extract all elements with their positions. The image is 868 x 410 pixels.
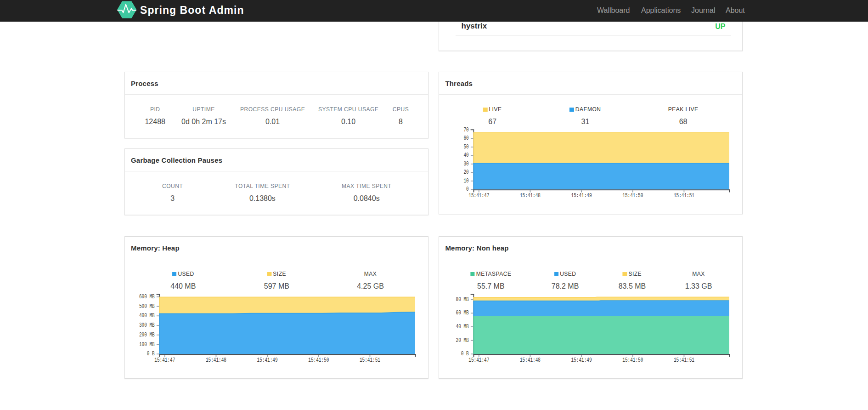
svg-text:400 MB: 400 MB	[139, 313, 155, 319]
svg-text:0 B: 0 B	[461, 351, 469, 357]
svg-text:15:41:50: 15:41:50	[623, 357, 643, 364]
svg-text:80 MB: 80 MB	[456, 296, 469, 303]
svg-text:15:41:49: 15:41:49	[571, 357, 592, 364]
svg-text:15:41:47: 15:41:47	[469, 193, 490, 199]
svg-text:15:41:51: 15:41:51	[674, 193, 694, 199]
svg-text:70: 70	[464, 127, 469, 133]
svg-text:15:41:51: 15:41:51	[674, 357, 694, 364]
svg-text:10: 10	[464, 178, 469, 184]
svg-text:15:41:47: 15:41:47	[154, 357, 175, 364]
svg-text:15:41:48: 15:41:48	[520, 357, 541, 364]
svg-text:600 MB: 600 MB	[139, 294, 155, 300]
svg-text:40 MB: 40 MB	[456, 324, 469, 330]
svg-text:0: 0	[466, 186, 469, 193]
svg-text:500 MB: 500 MB	[139, 303, 155, 310]
svg-text:30: 30	[464, 161, 469, 167]
svg-text:15:41:49: 15:41:49	[257, 357, 278, 364]
svg-text:15:41:47: 15:41:47	[469, 357, 490, 364]
svg-text:15:41:48: 15:41:48	[206, 357, 226, 364]
svg-text:50: 50	[464, 144, 469, 150]
svg-text:20 MB: 20 MB	[456, 337, 469, 344]
svg-text:15:41:50: 15:41:50	[308, 357, 329, 364]
svg-text:60: 60	[464, 135, 469, 142]
svg-text:20: 20	[464, 169, 469, 176]
svg-text:15:41:51: 15:41:51	[360, 357, 380, 364]
svg-text:15:41:50: 15:41:50	[623, 193, 643, 199]
svg-text:0 B: 0 B	[147, 351, 155, 357]
svg-text:15:41:48: 15:41:48	[520, 193, 541, 199]
svg-text:15:41:49: 15:41:49	[571, 193, 592, 199]
svg-text:100 MB: 100 MB	[139, 342, 155, 348]
svg-text:60 MB: 60 MB	[456, 310, 469, 316]
svg-text:40: 40	[464, 152, 469, 159]
svg-text:300 MB: 300 MB	[139, 322, 155, 329]
svg-text:200 MB: 200 MB	[139, 332, 155, 338]
